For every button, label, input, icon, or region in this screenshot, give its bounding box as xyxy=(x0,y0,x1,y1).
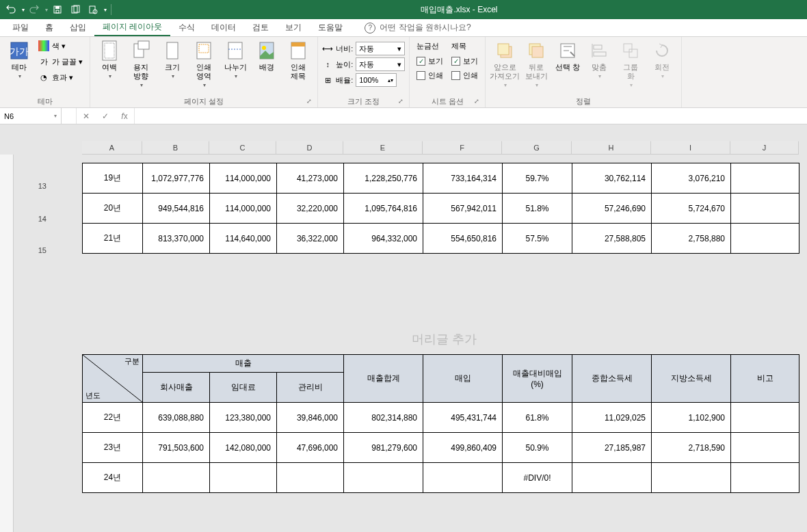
print-preview-button[interactable] xyxy=(85,1,101,18)
sheet-opts-launcher[interactable]: ⤢ xyxy=(473,98,481,106)
svg-text:가가: 가가 xyxy=(10,46,29,57)
table-row: 19년 1,072,977,776 114,000,000 41,273,000… xyxy=(83,163,799,194)
group-button[interactable]: 그룹 화▾ xyxy=(616,38,646,90)
fit-height-input[interactable]: 자동▾ xyxy=(356,57,405,71)
col-header[interactable]: C xyxy=(209,141,276,155)
tab-home[interactable]: 홈 xyxy=(37,19,62,36)
headings-view-checkbox[interactable]: ✓ xyxy=(451,57,460,66)
selection-pane-button[interactable]: 선택 창 xyxy=(553,38,583,73)
breaks-button[interactable]: 나누기▾ xyxy=(220,38,250,81)
svg-rect-21 xyxy=(291,42,305,46)
svg-rect-29 xyxy=(594,52,606,56)
bg-icon xyxy=(256,40,278,62)
svg-rect-1 xyxy=(55,6,59,9)
tab-review[interactable]: 검토 xyxy=(244,19,277,36)
vertical-ruler xyxy=(0,155,14,532)
quick-access-toolbar: ▾ ▾ ▾ xyxy=(3,1,114,18)
name-box[interactable]: N6▾ xyxy=(0,108,62,124)
save-button[interactable] xyxy=(49,1,66,18)
tab-help[interactable]: 도움말 xyxy=(310,19,351,36)
fonts-icon: 가 xyxy=(38,56,49,67)
print-area-button[interactable]: 인쇄 영역▾ xyxy=(189,38,219,90)
group-sheet-options: 눈금선 ✓보기 인쇄 제목 ✓보기 인쇄 시트 옵션⤢ xyxy=(410,37,486,107)
formula-input[interactable] xyxy=(135,108,807,124)
tab-formulas[interactable]: 수식 xyxy=(170,19,203,36)
col-header[interactable]: F xyxy=(423,141,502,155)
table-row: 24년 #DIV/0! xyxy=(83,463,799,493)
group-scale: ⟷너비:자동▾ ↕높이:자동▾ ⊞배율:100%▴▾ 크기 조정⤢ xyxy=(318,37,410,107)
touch-mode-button[interactable] xyxy=(67,1,83,18)
undo-button[interactable] xyxy=(3,1,19,18)
svg-rect-25 xyxy=(532,46,543,57)
print-titles-button[interactable]: 인쇄 제목 xyxy=(283,38,313,82)
data-table-1: 19년 1,072,977,776 114,000,000 41,273,000… xyxy=(82,163,799,254)
table-row: 21년 813,370,000 114,640,000 36,322,000 9… xyxy=(83,224,799,254)
svg-rect-16 xyxy=(228,42,242,59)
selpane-icon xyxy=(557,40,579,62)
col-header[interactable]: J xyxy=(730,141,799,155)
bring-forward-button[interactable]: 앞으로 가져오기▾ xyxy=(490,38,520,90)
margins-button[interactable]: 여백▾ xyxy=(94,38,124,81)
tab-view[interactable]: 보기 xyxy=(277,19,310,36)
background-button[interactable]: 배경 xyxy=(252,38,282,73)
theme-colors-button[interactable]: 색 ▾ xyxy=(36,38,85,53)
col-header[interactable]: H xyxy=(572,141,651,155)
headings-print-checkbox[interactable] xyxy=(451,71,460,80)
col-header[interactable]: D xyxy=(276,141,343,155)
colors-icon xyxy=(38,40,49,51)
col-header[interactable]: G xyxy=(502,141,572,155)
col-header[interactable]: B xyxy=(142,141,209,155)
breaks-icon xyxy=(224,40,246,62)
grid-print-checkbox[interactable] xyxy=(416,71,425,80)
enter-formula-button[interactable]: ✓ xyxy=(96,108,115,124)
tab-insert[interactable]: 삽입 xyxy=(62,19,94,36)
send-back-button[interactable]: 뒤로 보내기▾ xyxy=(521,38,551,90)
print-area-icon xyxy=(193,40,215,62)
ribbon: 가가 테마 ▾ 색 ▾ 가가 글꼴 ▾ ◔효과 ▾ 테마 여백▾ 용지 방향▾ … xyxy=(0,37,807,108)
fit-width-input[interactable]: 자동▾ xyxy=(356,42,405,55)
row-header[interactable]: 14 xyxy=(14,212,52,226)
col-header[interactable]: I xyxy=(651,141,730,155)
tell-me-text: 어떤 작업을 원하시나요? xyxy=(380,22,471,34)
table-row: 23년 791,503,600 142,080,000 47,696,000 9… xyxy=(83,433,799,463)
scale-input[interactable]: 100%▴▾ xyxy=(356,73,397,87)
theme-fonts-button[interactable]: 가가 글꼴 ▾ xyxy=(36,54,85,69)
group-themes: 가가 테마 ▾ 색 ▾ 가가 글꼴 ▾ ◔효과 ▾ 테마 xyxy=(0,37,90,107)
header-placeholder[interactable]: 머리글 추가 xyxy=(412,331,477,347)
col-header[interactable]: E xyxy=(343,141,423,155)
row-numbers: 13 14 15 xyxy=(14,155,52,532)
scale-launcher[interactable]: ⤢ xyxy=(397,98,405,106)
tab-page-layout[interactable]: 페이지 레이아웃 xyxy=(94,19,170,36)
fx-button[interactable]: fх xyxy=(115,108,134,124)
group-page-setup: 여백▾ 용지 방향▾ 크기▾ 인쇄 영역▾ 나누기▾ 배경 인쇄 제목 페이지 … xyxy=(90,37,318,107)
svg-rect-23 xyxy=(498,44,509,55)
scale-icon: ⊞ xyxy=(322,75,333,85)
tab-file[interactable]: 파일 xyxy=(4,19,37,36)
row-header[interactable]: 15 xyxy=(14,243,52,257)
svg-rect-31 xyxy=(629,49,637,57)
worksheet-area: 13 14 15 A B C D E F G H I J 19년 1,072,9… xyxy=(0,124,807,532)
align-button[interactable]: 맞춤▾ xyxy=(584,38,614,81)
page-setup-launcher[interactable]: ⤢ xyxy=(305,98,313,106)
col-header[interactable]: A xyxy=(82,141,142,155)
themes-button[interactable]: 가가 테마 ▾ xyxy=(4,38,34,81)
theme-effects-button[interactable]: ◔효과 ▾ xyxy=(36,70,85,85)
svg-point-19 xyxy=(262,46,266,50)
titles-icon xyxy=(287,40,309,62)
size-button[interactable]: 크기▾ xyxy=(157,38,187,81)
grid-view-checkbox[interactable]: ✓ xyxy=(416,57,425,66)
table-header-row: 구분 년도 매출 매출합계 매입 매출대비매입 (%) 종합소득세 지방소득세 … xyxy=(83,355,799,373)
data-table-2: 구분 년도 매출 매출합계 매입 매출대비매입 (%) 종합소득세 지방소득세 … xyxy=(82,354,799,493)
rotate-button[interactable]: 회전▾ xyxy=(647,38,677,81)
cancel-formula-button[interactable]: ✕ xyxy=(77,108,96,124)
group-arrange: 앞으로 가져오기▾ 뒤로 보내기▾ 선택 창 맞춤▾ 그룹 화▾ 회전▾ 정렬 xyxy=(486,37,682,107)
row-header[interactable]: 13 xyxy=(14,179,52,193)
redo-button[interactable] xyxy=(26,1,42,18)
window-title: 매입매출.xlsx - Excel xyxy=(114,4,804,16)
svg-rect-2 xyxy=(56,10,59,13)
svg-rect-28 xyxy=(594,45,602,49)
column-headers: A B C D E F G H I J xyxy=(82,141,807,155)
tab-data[interactable]: 데이터 xyxy=(203,19,244,36)
tell-me-search[interactable]: ? 어떤 작업을 원하시나요? xyxy=(365,19,471,36)
orientation-button[interactable]: 용지 방향▾ xyxy=(126,38,156,90)
